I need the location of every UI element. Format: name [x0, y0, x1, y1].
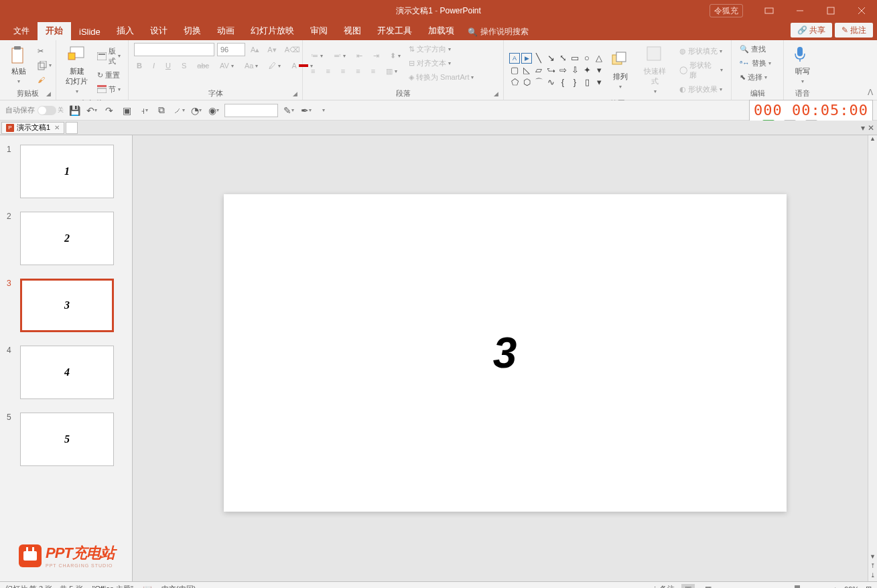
- tab-transitions[interactable]: 切换: [176, 22, 209, 40]
- tab-islide[interactable]: iSlide: [71, 24, 109, 40]
- replace-button[interactable]: ᵃ↔替换▾: [737, 57, 778, 70]
- shape-elbow[interactable]: ⮑: [545, 65, 556, 76]
- undo-button[interactable]: ↶▾: [85, 104, 98, 117]
- convert-smartart-button[interactable]: ◈转换为 SmartArt▾: [406, 71, 476, 84]
- text-direction-button[interactable]: ⇅文字方向▾: [406, 43, 476, 56]
- reset-button[interactable]: ↻重置: [94, 69, 123, 82]
- bullets-button[interactable]: ≔▾: [308, 50, 326, 62]
- thumbnail-slide-1[interactable]: 1: [20, 145, 114, 198]
- justify-button[interactable]: ≡: [353, 66, 362, 76]
- merge-shapes-button[interactable]: ◉▾: [207, 104, 220, 117]
- doctab-dropdown-icon[interactable]: ▾: [861, 123, 865, 133]
- columns-button[interactable]: ▥▾: [383, 66, 400, 77]
- zoom-in-button[interactable]: +: [833, 585, 837, 589]
- font-size-combo[interactable]: [217, 43, 245, 56]
- thumbnail-1[interactable]: 1 1: [0, 142, 132, 209]
- shape-pentagon[interactable]: ⬠: [509, 77, 520, 88]
- zoom-out-button[interactable]: −: [762, 585, 766, 589]
- shape-hexagon[interactable]: ⬡: [521, 77, 532, 88]
- shape-more[interactable]: ▾: [594, 77, 604, 88]
- vertical-scrollbar[interactable]: ▲ ▼ ⤒ ⤓: [868, 135, 877, 581]
- redo-button[interactable]: ↷: [103, 104, 116, 117]
- shape-rectangle[interactable]: ▭: [569, 53, 580, 64]
- shape-style-combo[interactable]: [224, 104, 278, 117]
- share-button[interactable]: 🔗共享: [791, 23, 832, 38]
- char-spacing-button[interactable]: AV▾: [217, 60, 237, 71]
- thumbnail-3[interactable]: 3 3: [0, 276, 132, 343]
- close-icon[interactable]: [846, 1, 877, 20]
- section-button[interactable]: 节▾: [94, 83, 123, 96]
- clear-formatting-button[interactable]: A⌫: [282, 44, 303, 56]
- notes-button[interactable]: ≐ 备注: [652, 584, 675, 588]
- paragraph-dialog-launcher[interactable]: ◢: [494, 90, 502, 98]
- shape-star[interactable]: ✦: [582, 65, 592, 76]
- align-left-button[interactable]: ≡: [308, 66, 318, 76]
- tab-developer[interactable]: 开发工具: [369, 22, 420, 40]
- tab-animations[interactable]: 动画: [209, 22, 243, 40]
- new-document-tab[interactable]: [66, 122, 78, 134]
- scroll-down-icon[interactable]: ▼: [868, 553, 877, 563]
- prev-slide-icon[interactable]: ⤒: [868, 563, 877, 572]
- thumbnail-slide-4[interactable]: 4: [20, 346, 114, 399]
- shape-arc[interactable]: ⌒: [533, 77, 544, 88]
- shape-parallelogram[interactable]: ▱: [533, 65, 544, 76]
- thumbnail-slide-2[interactable]: 2: [20, 212, 114, 265]
- select-button[interactable]: ⬉选择▾: [737, 71, 778, 84]
- distributed-button[interactable]: ≡: [368, 66, 378, 76]
- sorter-view-button[interactable]: ▦: [701, 584, 715, 589]
- thumbnail-slide-5[interactable]: 5: [20, 413, 114, 466]
- tab-file[interactable]: 文件: [5, 23, 38, 40]
- shape-triangle[interactable]: △: [594, 53, 604, 64]
- maximize-icon[interactable]: [815, 1, 846, 20]
- strikethrough-button[interactable]: abc: [194, 60, 212, 71]
- align-text-button[interactable]: ⊟对齐文本▾: [406, 57, 476, 70]
- shape-effects-button[interactable]: ◐形状效果▾: [677, 83, 726, 96]
- crop-button[interactable]: ⧉: [155, 104, 168, 117]
- autosave-toggle[interactable]: 自动保存 关: [5, 105, 64, 115]
- new-slide-button[interactable]: 新建 幻灯片▾: [62, 43, 92, 97]
- increase-indent-button[interactable]: ⇥: [370, 50, 382, 62]
- increase-font-button[interactable]: A▴: [248, 44, 262, 56]
- shape-vertical-textbox[interactable]: ▶: [521, 53, 532, 64]
- decrease-font-button[interactable]: A▾: [265, 44, 279, 56]
- thumbnail-5[interactable]: 5 5: [0, 410, 132, 477]
- quick-styles-button[interactable]: 快速样式▾: [636, 43, 674, 97]
- slide-editor[interactable]: 3 ▲ ▼ ⤒ ⤓: [133, 135, 877, 581]
- shape-brace-right[interactable]: }: [569, 77, 580, 88]
- shapes-gallery[interactable]: A ▶ ╲ ↘ ⤡ ▭ ○ △ ▢ ◺ ▱ ⮑ ⇨ ⇩ ✦ ▾ ⬠ ⬡ ⌒ ∿: [509, 53, 604, 88]
- shape-fill-qat-button[interactable]: ◔▾: [190, 104, 203, 117]
- align-center-button[interactable]: ≡: [323, 66, 332, 76]
- line-spacing-button[interactable]: ⬍▾: [387, 50, 403, 62]
- from-beginning-button[interactable]: ▣: [120, 104, 133, 117]
- shape-curve[interactable]: ∿: [545, 77, 556, 88]
- tab-slideshow[interactable]: 幻灯片放映: [243, 22, 302, 40]
- eyedropper-button[interactable]: ⟋▾: [172, 104, 186, 117]
- shape-down-arrow[interactable]: ⇩: [569, 65, 580, 76]
- comments-button[interactable]: ✎批注: [835, 23, 873, 38]
- paste-button[interactable]: 粘贴▾: [5, 43, 32, 87]
- scroll-up-icon[interactable]: ▲: [868, 135, 877, 145]
- user-account[interactable]: 令狐充: [705, 4, 747, 17]
- dictate-button[interactable]: 听写▾: [789, 43, 816, 87]
- tab-review[interactable]: 审阅: [302, 22, 336, 40]
- format-painter-button[interactable]: 🖌: [35, 74, 54, 85]
- numbering-button[interactable]: ≕▾: [331, 50, 348, 62]
- font-dialog-launcher[interactable]: ◢: [293, 90, 301, 98]
- cut-button[interactable]: ✂: [35, 46, 54, 57]
- next-slide-icon[interactable]: ⤓: [868, 572, 877, 581]
- shape-arrow-line[interactable]: ↘: [545, 53, 556, 64]
- shape-outline-qat-button[interactable]: ✒▾: [299, 104, 313, 117]
- spellcheck-icon[interactable]: 📖: [143, 585, 152, 588]
- italic-button[interactable]: I: [150, 60, 157, 71]
- save-button[interactable]: 💾: [68, 104, 81, 117]
- customize-qat-button[interactable]: ▾: [317, 104, 330, 117]
- minimize-icon[interactable]: [785, 1, 815, 20]
- language-status[interactable]: 中文(中国): [161, 584, 196, 588]
- find-button[interactable]: 🔍查找: [737, 43, 778, 56]
- current-slide-canvas[interactable]: 3: [224, 194, 787, 512]
- slideshow-view-button[interactable]: ⌕: [742, 584, 755, 589]
- tab-insert[interactable]: 插入: [109, 22, 142, 40]
- shape-outline-button[interactable]: ◯形状轮廓▾: [677, 59, 726, 82]
- tab-home[interactable]: 开始: [38, 22, 71, 40]
- shape-more-row2[interactable]: ▾: [594, 65, 604, 76]
